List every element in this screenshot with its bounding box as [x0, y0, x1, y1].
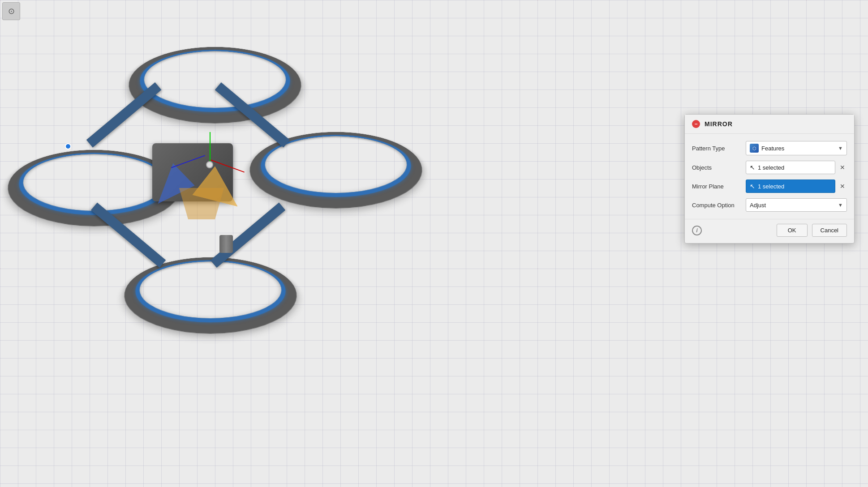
mirror-plane-clear-button[interactable]: ✕ [838, 182, 847, 191]
top-left-icon: ⊙ [2, 2, 20, 20]
features-icon: ⬡ [750, 144, 759, 153]
objects-value: 1 selected [758, 164, 784, 171]
compute-option-value: Adjust [750, 202, 766, 209]
arm-top-left [86, 82, 161, 147]
compute-option-row: Compute Option Adjust ▼ [692, 198, 847, 212]
pattern-type-value: Features [761, 145, 784, 152]
prism-orange-base [179, 188, 224, 219]
small-cylinder [219, 235, 233, 253]
objects-cursor-icon: ↖ [750, 164, 755, 171]
compute-option-label: Compute Option [692, 202, 741, 209]
axis-center [206, 161, 213, 168]
dialog-footer: i OK Cancel [685, 219, 854, 243]
selection-dot [65, 143, 71, 150]
pattern-type-dropdown[interactable]: ⬡ Features ▼ [746, 141, 847, 155]
mirror-plane-label: Mirror Plane [692, 183, 741, 190]
objects-field[interactable]: ↖ 1 selected [746, 161, 835, 174]
mirror-plane-value: 1 selected [758, 183, 784, 190]
objects-row: Objects ↖ 1 selected ✕ [692, 161, 847, 174]
mirror-dialog: − MIRROR Pattern Type ⬡ Features ▼ [684, 114, 855, 244]
mirror-plane-control: ↖ 1 selected ✕ [746, 179, 847, 193]
cancel-button[interactable]: Cancel [812, 224, 847, 237]
pattern-type-arrow: ▼ [838, 145, 843, 151]
dialog-title: MIRROR [705, 120, 733, 128]
pattern-type-label: Pattern Type [692, 145, 741, 152]
compute-option-control: Adjust ▼ [746, 198, 847, 212]
compute-option-arrow: ▼ [838, 202, 843, 208]
mirror-plane-cursor-icon: ↖ [750, 183, 755, 190]
pattern-type-control: ⬡ Features ▼ [746, 141, 847, 155]
info-icon[interactable]: i [692, 226, 702, 235]
objects-label: Objects [692, 164, 741, 171]
viewport: ⊙ − MIRROR Pattern Type [0, 0, 868, 487]
dialog-title-icon: − [692, 120, 700, 128]
mirror-plane-row: Mirror Plane ↖ 1 selected ✕ [692, 179, 847, 193]
pattern-type-row: Pattern Type ⬡ Features ▼ [692, 141, 847, 155]
dialog-header: − MIRROR [685, 115, 854, 134]
dialog-body: Pattern Type ⬡ Features ▼ Objects [685, 134, 854, 219]
ok-button[interactable]: OK [777, 224, 808, 237]
ring-right [211, 132, 461, 209]
ring-bottom [86, 257, 335, 334]
objects-control: ↖ 1 selected ✕ [746, 161, 847, 174]
dropdown-icon-group: ⬡ Features [750, 144, 784, 153]
compute-option-dropdown[interactable]: Adjust ▼ [746, 198, 847, 212]
mirror-plane-field[interactable]: ↖ 1 selected [746, 179, 835, 193]
objects-clear-button[interactable]: ✕ [838, 163, 847, 172]
